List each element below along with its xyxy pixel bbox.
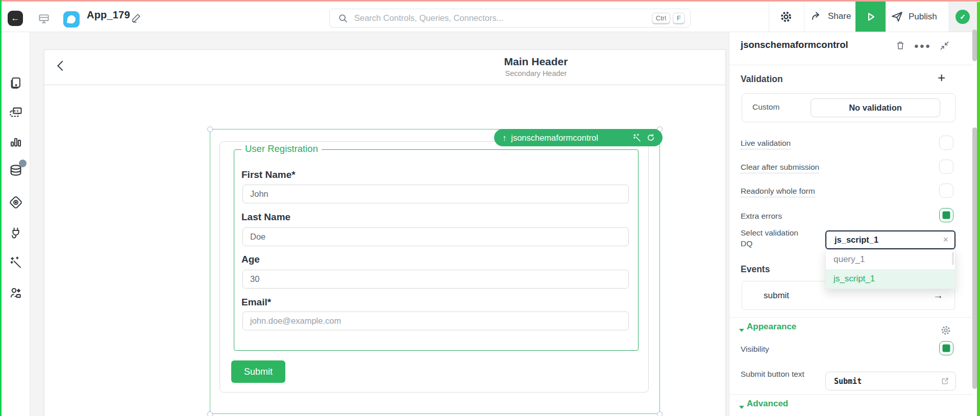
secondary-header-text: Secondary Header: [504, 69, 568, 77]
appearance-section-title[interactable]: Appearance: [747, 322, 796, 332]
clear-after-submission-label: Clear after submission: [741, 163, 819, 173]
search-placeholder: Search Controls, Queries, Connectors...: [354, 13, 649, 23]
publish-label: Publish: [909, 12, 937, 22]
badge-refresh-icon[interactable]: [646, 133, 655, 142]
page-back-chevron-icon[interactable]: [57, 61, 67, 71]
preview-eye-icon[interactable]: [9, 195, 23, 210]
topbar: ← App_179 Search Controls, Queries, Conn…: [0, 2, 980, 32]
fx-expand-icon[interactable]: [941, 377, 949, 385]
right-edge-line: [977, 2, 980, 416]
extra-errors-checkbox[interactable]: [939, 208, 953, 222]
visibility-label: Visibility: [741, 345, 769, 354]
settings-gear-icon[interactable]: [779, 10, 793, 23]
logo-blob: [67, 15, 76, 24]
page-header-titles: Main Header Secondary Header: [504, 56, 568, 77]
delete-widget-icon[interactable]: [895, 40, 905, 50]
resize-handle-bottom-left[interactable]: [207, 411, 213, 416]
pages-icon[interactable]: [9, 76, 22, 90]
topbar-divider: [769, 3, 769, 32]
dropdown-scrollbar[interactable]: [952, 252, 954, 265]
dropdown-option-query-1[interactable]: query_1: [826, 250, 955, 269]
widget-selection-outline[interactable]: [210, 129, 660, 414]
events-section-title: Events: [741, 264, 770, 275]
datasources-plug-icon[interactable]: [9, 226, 22, 240]
validation-section-title: Validation: [741, 74, 783, 85]
widget-badge-label: jsonschemaformcontrol: [511, 133, 628, 143]
submit-button-text-value: Submit: [834, 377, 941, 386]
app-page: Main Header Secondary Header ↑ jsonschem…: [44, 49, 726, 416]
panel-scrollbar-thumb[interactable]: [972, 127, 977, 389]
inspector-panel: jsonschemaformcontrol ●●● Validation + C…: [729, 32, 973, 416]
advanced-caret-icon[interactable]: [739, 406, 744, 409]
resize-handle-top-left[interactable]: [207, 126, 213, 132]
select-validation-dq-label: Select validation DQ: [741, 228, 812, 249]
database-badge: [19, 160, 27, 167]
dropdown-option-js-script-1[interactable]: js_script_1: [826, 269, 955, 289]
inspector-icon[interactable]: [9, 105, 23, 119]
more-options-icon[interactable]: ●●●: [914, 41, 931, 50]
desktop-layout-icon[interactable]: [37, 12, 51, 25]
paper-plane-icon: [891, 10, 903, 23]
preview-play-button[interactable]: [855, 2, 886, 32]
add-validation-icon[interactable]: +: [938, 71, 945, 84]
main-header-text: Main Header: [504, 56, 568, 68]
app-name: App_179: [87, 9, 130, 21]
canvas-area: Main Header Secondary Header ↑ jsonschem…: [30, 32, 729, 416]
validation-dq-select[interactable]: js_script_1 ×: [825, 230, 955, 249]
custom-validation-select[interactable]: No validation: [811, 98, 940, 117]
panel-divider: [729, 317, 973, 318]
topbar-divider: [804, 3, 804, 32]
validation-dq-value: js_script_1: [835, 235, 943, 245]
share-button[interactable]: Share: [811, 10, 851, 22]
rename-pencil-icon[interactable]: [131, 12, 142, 23]
validation-dq-dropdown: query_1 js_script_1: [825, 249, 955, 289]
visibility-checkbox[interactable]: [939, 341, 953, 355]
inspector-title: jsonschemaformcontrol: [741, 39, 848, 50]
custom-validation-box: Custom No validation: [742, 93, 955, 122]
search-icon: [338, 13, 348, 23]
custom-label: Custom: [752, 102, 779, 112]
appearance-caret-icon[interactable]: [739, 329, 744, 332]
magic-wand-icon[interactable]: [9, 255, 22, 269]
charts-icon[interactable]: [9, 135, 22, 149]
event-arrow-icon: →: [933, 290, 943, 301]
panel-divider: [729, 65, 973, 65]
back-button[interactable]: ←: [8, 11, 23, 26]
top-edge-line: [0, 0, 980, 2]
page-header-widget: Main Header Secondary Header: [44, 50, 725, 85]
event-name: submit: [764, 291, 933, 301]
save-status-zone: ✓: [948, 2, 977, 32]
database-icon[interactable]: [9, 163, 23, 177]
badge-magic-wand-icon[interactable]: [632, 133, 642, 142]
shortcut-key-ctrl: Ctrl: [652, 13, 670, 23]
submit-button-text-label: Submit button text: [741, 369, 812, 380]
advanced-section-title[interactable]: Advanced: [747, 399, 788, 409]
widget-name-badge[interactable]: ↑ jsonschemaformcontrol: [494, 129, 663, 146]
live-validation-label: Live validation: [741, 139, 791, 149]
share-label: Share: [828, 11, 851, 21]
play-icon: [865, 11, 877, 23]
back-arrow-icon: ←: [11, 13, 20, 23]
publish-button[interactable]: Publish: [891, 10, 937, 23]
readonly-whole-form-checkbox[interactable]: [939, 184, 953, 198]
page-scrollbar-thumb[interactable]: [972, 30, 977, 61]
left-edge-line: [0, 0, 2, 416]
clear-after-submission-checkbox[interactable]: [939, 160, 953, 174]
left-sidebar: [2, 32, 30, 416]
shortcut-key-f: F: [673, 13, 685, 23]
organization-icon[interactable]: [9, 286, 23, 300]
global-search[interactable]: Search Controls, Queries, Connectors... …: [329, 9, 691, 28]
share-icon: [811, 10, 823, 22]
bring-up-arrow-icon: ↑: [502, 133, 506, 143]
collapse-panel-icon[interactable]: [940, 41, 949, 50]
saved-check-icon: ✓: [955, 10, 970, 24]
clear-selection-icon[interactable]: ×: [943, 235, 948, 245]
panel-divider: [729, 394, 973, 395]
resize-handle-bottom-right[interactable]: [657, 411, 663, 416]
submit-button-text-input[interactable]: Submit: [825, 372, 956, 391]
readonly-whole-form-label: Readonly whole form: [741, 187, 815, 197]
live-validation-checkbox[interactable]: [939, 136, 953, 150]
app-logo: [63, 11, 80, 28]
extra-errors-label: Extra errors: [741, 212, 782, 221]
appearance-gear-icon[interactable]: [940, 325, 951, 336]
